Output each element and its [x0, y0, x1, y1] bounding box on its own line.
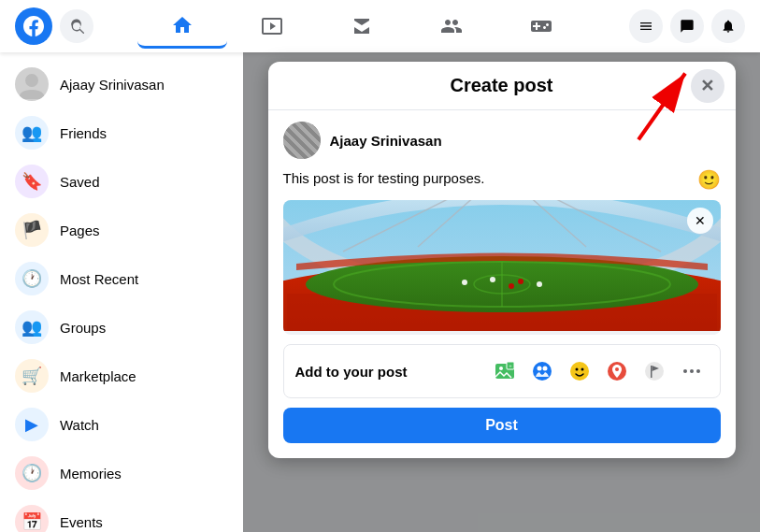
top-navigation: [0, 0, 760, 52]
nav-messenger-btn[interactable]: [670, 9, 704, 43]
nav-watch-btn[interactable]: [227, 4, 317, 49]
more-options-button[interactable]: [675, 354, 709, 388]
post-user-avatar: [283, 122, 321, 159]
svg-point-24: [575, 368, 578, 371]
sidebar-item-saved[interactable]: 🔖 Saved: [7, 157, 236, 206]
modal-header: Create post ✕: [268, 62, 736, 110]
sidebar-item-memories[interactable]: 🕐 Memories: [7, 449, 236, 497]
add-to-post-icons: +: [488, 354, 709, 388]
events-icon: 📅: [15, 505, 49, 532]
pages-label: Pages: [60, 223, 100, 238]
pages-icon: 🏴: [15, 213, 49, 247]
nav-right: [629, 9, 745, 43]
create-post-modal: Create post ✕ Ajaay Srinivasan: [268, 62, 736, 458]
friends-icon: 👥: [15, 116, 49, 150]
svg-point-27: [615, 367, 619, 371]
most-recent-label: Most Recent: [60, 271, 138, 287]
svg-point-20: [533, 362, 552, 381]
tag-people-button[interactable]: [525, 354, 559, 388]
post-textarea-row: This post is for testing purposes. 🙂: [283, 168, 721, 191]
svg-point-25: [581, 368, 583, 371]
post-user-info: Ajaay Srinivasan: [330, 133, 442, 149]
feeling-button[interactable]: [563, 354, 596, 388]
post-username: Ajaay Srinivasan: [330, 133, 442, 149]
events-label: Events: [60, 514, 103, 530]
marketplace-label: Marketplace: [60, 368, 136, 384]
svg-point-32: [696, 369, 700, 373]
svg-point-23: [570, 362, 589, 381]
add-to-post-label: Add to your post: [295, 364, 408, 380]
post-button[interactable]: Post: [283, 408, 721, 443]
watch-icon: ▶: [15, 408, 49, 441]
memories-icon: 🕐: [15, 456, 49, 490]
avatar-pixelated-img: [283, 122, 321, 159]
image-preview: ✕: [283, 200, 721, 335]
svg-point-17: [499, 367, 503, 370]
svg-point-22: [542, 367, 547, 371]
nav-center: [93, 4, 629, 49]
post-user-row: Ajaay Srinivasan: [283, 122, 721, 159]
facebook-logo[interactable]: [15, 7, 52, 45]
sidebar-item-groups[interactable]: 👥 Groups: [7, 303, 236, 352]
modal-title: Create post: [450, 75, 552, 95]
marketplace-icon: 🛒: [15, 359, 49, 393]
sidebar-item-pages[interactable]: 🏴 Pages: [7, 206, 236, 254]
saved-icon: 🔖: [15, 165, 49, 198]
modal-body: Ajaay Srinivasan This post is for testin…: [268, 110, 736, 458]
nav-menu-btn[interactable]: [629, 9, 663, 43]
sidebar-item-events[interactable]: 📅 Events: [7, 497, 236, 532]
add-to-post-bar: Add to your post +: [283, 344, 721, 398]
groups-label: Groups: [60, 320, 106, 336]
flag-button[interactable]: [638, 354, 671, 388]
modal-close-button[interactable]: ✕: [691, 69, 724, 103]
content-area: Create post ✕ Ajaay Srinivasan: [243, 52, 760, 532]
sidebar: Ajaay Srinivasan 👥 Friends 🔖 Saved 🏴 Pag…: [0, 52, 243, 532]
svg-point-28: [645, 362, 664, 381]
modal-backdrop: Create post ✕ Ajaay Srinivasan: [243, 52, 760, 532]
most-recent-icon: 🕐: [15, 262, 49, 295]
svg-point-21: [537, 367, 541, 371]
nav-home-btn[interactable]: [137, 4, 227, 49]
add-photo-video-button[interactable]: +: [488, 354, 522, 388]
checkin-button[interactable]: [600, 354, 634, 388]
svg-point-13: [518, 279, 523, 284]
post-text-content[interactable]: This post is for testing purposes.: [283, 168, 697, 188]
svg-point-14: [537, 281, 542, 287]
image-close-button[interactable]: ✕: [687, 208, 713, 234]
main-layout: Ajaay Srinivasan 👥 Friends 🔖 Saved 🏴 Pag…: [0, 52, 760, 532]
svg-point-11: [462, 280, 467, 285]
sidebar-item-friends[interactable]: 👥 Friends: [7, 108, 236, 157]
emoji-button[interactable]: 🙂: [697, 168, 721, 191]
sidebar-item-most-recent[interactable]: 🕐 Most Recent: [7, 254, 236, 303]
svg-rect-29: [651, 366, 652, 378]
friends-label: Friends: [60, 125, 107, 141]
nav-groups-btn[interactable]: [407, 4, 496, 49]
sidebar-item-marketplace[interactable]: 🛒 Marketplace: [7, 352, 236, 400]
stadium-image: [283, 200, 721, 331]
sidebar-item-user[interactable]: Ajaay Srinivasan: [7, 60, 236, 108]
search-button[interactable]: [60, 9, 93, 43]
nav-marketplace-btn[interactable]: [317, 4, 407, 49]
nav-notifications-btn[interactable]: [711, 9, 745, 43]
svg-text:+: +: [509, 363, 512, 368]
groups-icon: 👥: [15, 310, 49, 344]
nav-gaming-btn[interactable]: [496, 4, 586, 49]
memories-label: Memories: [60, 466, 122, 482]
svg-point-0: [25, 74, 38, 87]
sidebar-item-watch[interactable]: ▶ Watch: [7, 400, 236, 449]
user-avatar: [15, 67, 49, 101]
svg-point-15: [509, 283, 514, 289]
svg-point-31: [690, 369, 694, 373]
svg-point-12: [490, 277, 495, 282]
watch-label: Watch: [60, 417, 99, 433]
user-name: Ajaay Srinivasan: [60, 77, 165, 93]
saved-label: Saved: [60, 174, 100, 190]
svg-point-30: [683, 369, 687, 373]
